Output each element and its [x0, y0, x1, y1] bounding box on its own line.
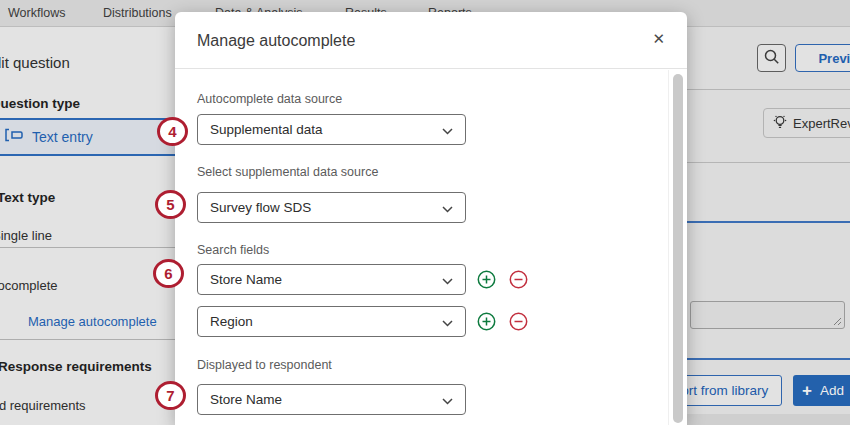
annotation-step-5: 5: [155, 190, 186, 219]
text-type-heading: Text type: [0, 190, 55, 205]
search-field-select-2[interactable]: Region: [197, 306, 466, 337]
search-icon: [763, 48, 780, 69]
autocomplete-data-source-select[interactable]: Supplemental data: [197, 114, 466, 145]
manage-autocomplete-link[interactable]: Manage autocomplete: [28, 314, 157, 329]
displayed-to-respondent-value: Store Name: [210, 392, 282, 407]
annotation-step-4: 4: [157, 117, 188, 146]
text-type-value[interactable]: Single line: [0, 228, 52, 243]
chevron-down-icon: [442, 199, 453, 217]
manage-autocomplete-modal: Manage autocomplete ✕ Autocomplete data …: [175, 12, 687, 425]
autocomplete-data-source-value: Supplemental data: [210, 122, 323, 137]
chevron-down-icon: [442, 313, 453, 331]
nav-item-workflows[interactable]: Workflows: [8, 6, 65, 20]
supplemental-source-label: Select supplemental data source: [197, 165, 378, 179]
displayed-to-respondent-select[interactable]: Store Name: [197, 384, 466, 415]
question-block-bottom-border: [687, 358, 850, 360]
chevron-down-icon: [442, 391, 453, 409]
chevron-down-icon: [442, 121, 453, 139]
search-fields-label: Search fields: [197, 243, 269, 257]
chevron-down-icon: [442, 271, 453, 289]
expert-review-chip[interactable]: ExpertReview: [763, 108, 850, 138]
expert-review-label: ExpertReview: [793, 116, 850, 131]
supplemental-source-value: Survey flow SDS: [210, 200, 311, 215]
question-type-value: Text entry: [32, 129, 93, 145]
autocomplete-toggle-label: Autocomplete: [0, 278, 58, 293]
toolbar-divider: [687, 89, 850, 90]
preview-button-label: Preview: [818, 51, 850, 66]
question-type-heading: Question type: [0, 96, 80, 111]
annotation-step-6: 6: [153, 259, 184, 288]
add-button-label: Add: [820, 383, 844, 398]
preview-button[interactable]: Preview: [795, 44, 850, 72]
displayed-to-respondent-label: Displayed to respondent: [197, 358, 332, 372]
supplemental-source-select[interactable]: Survey flow SDS: [197, 192, 466, 223]
sidebar-divider: [0, 339, 175, 340]
add-requirements-toggle[interactable]: Add requirements: [0, 398, 86, 413]
response-requirements-heading: Response requirements: [0, 359, 152, 374]
remove-search-field-icon[interactable]: [509, 270, 528, 289]
question-text-area[interactable]: [690, 301, 845, 329]
modal-header-divider: [175, 68, 687, 69]
autocomplete-data-source-label: Autocomplete data source: [197, 92, 342, 106]
add-search-field-icon[interactable]: [477, 270, 496, 289]
text-entry-icon: [4, 128, 24, 146]
search-field-2-value: Region: [210, 314, 253, 329]
add-search-field-icon[interactable]: [477, 312, 496, 331]
question-type-selector[interactable]: Text entry: [0, 118, 175, 156]
page-bottom-strip: [687, 414, 850, 425]
nav-item-distributions[interactable]: Distributions: [103, 6, 172, 20]
lightbulb-icon: [773, 114, 787, 133]
scrollbar-track: [668, 70, 669, 425]
add-button[interactable]: + Add: [793, 375, 850, 406]
resize-handle-icon: [833, 317, 842, 326]
search-field-select-1[interactable]: Store Name: [197, 264, 466, 295]
search-button[interactable]: [757, 44, 786, 72]
modal-title: Manage autocomplete: [197, 32, 355, 50]
remove-search-field-icon[interactable]: [509, 312, 528, 331]
annotation-step-7: 7: [155, 381, 186, 410]
search-field-1-value: Store Name: [210, 272, 282, 287]
plus-icon: +: [802, 382, 812, 399]
section-divider: [687, 162, 850, 163]
sidebar-divider: [0, 247, 175, 248]
question-block-top-border: [687, 221, 850, 223]
close-icon[interactable]: ✕: [652, 31, 665, 46]
scrollbar-thumb[interactable]: [673, 74, 683, 423]
edit-question-title: Edit question: [0, 54, 70, 71]
